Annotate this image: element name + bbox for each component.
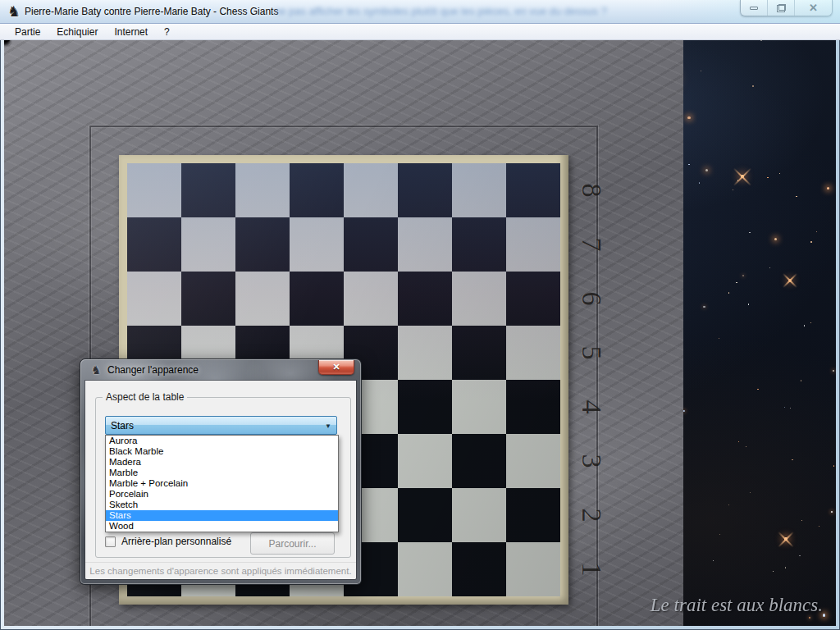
table-appearance-combobox[interactable]: Stars ▼	[105, 416, 337, 435]
dialog-close-button[interactable]: ✕	[318, 360, 354, 375]
custom-background-checkbox[interactable]	[105, 536, 116, 547]
dropdown-option-stars[interactable]: Stars	[106, 510, 338, 521]
dropdown-option-wood[interactable]: Wood	[106, 521, 338, 532]
window-title: Pierre-Marie Baty contre Pierre-Marie Ba…	[25, 6, 278, 17]
minimize-button[interactable]	[741, 0, 768, 16]
title-bar[interactable]: ♞ Pierre-Marie Baty contre Pierre-Marie …	[0, 0, 840, 24]
dialog-client-area: Aspect de la table Stars ▼ AuroraBlack M…	[85, 381, 356, 579]
dropdown-option-black-marble[interactable]: Black Marble	[106, 446, 338, 457]
dropdown-option-porcelain[interactable]: Porcelain	[106, 489, 338, 500]
turn-status-text: Le trait est aux blancs.	[651, 595, 823, 616]
checkbox-label[interactable]: Arrière-plan personnalisé	[121, 536, 231, 547]
app-knight-icon: ♞	[7, 3, 21, 20]
app-window: ♞ Pierre-Marie Baty contre Pierre-Marie …	[0, 0, 840, 630]
close-icon: ✕	[809, 2, 818, 13]
dropdown-option-aurora[interactable]: Aurora	[106, 436, 338, 446]
dropdown-option-marble-porcelain[interactable]: Marble + Porcelain	[106, 478, 338, 489]
blurred-background-text: ne pas afficher les symboles plutôt que …	[274, 5, 766, 17]
restore-button[interactable]	[768, 0, 795, 16]
window-controls: ✕	[740, 0, 833, 16]
restore-icon	[777, 4, 786, 12]
appearance-dropdown-list[interactable]: AuroraBlack MarbleMaderaMarbleMarble + P…	[105, 435, 339, 532]
menu-item-internet[interactable]: Internet	[106, 25, 156, 39]
menu-item-help[interactable]: ?	[156, 25, 178, 39]
custom-background-row: Arrière-plan personnalisé	[105, 536, 231, 547]
browse-button[interactable]: Parcourir...	[250, 532, 335, 555]
menu-item-echiquier[interactable]: Echiquier	[48, 25, 106, 39]
menu-bar: Partie Echiquier Internet ?	[0, 24, 840, 40]
dialog-title-bar[interactable]: ♞ Changer l'apparence ✕	[80, 359, 361, 381]
dialog-knight-icon: ♞	[91, 363, 102, 377]
dropdown-option-madera[interactable]: Madera	[106, 457, 338, 468]
dialog-title: Changer l'apparence	[107, 364, 199, 376]
menu-item-partie[interactable]: Partie	[7, 25, 48, 39]
close-button[interactable]: ✕	[795, 0, 832, 16]
dialog-status-text: Les changements d'apparence sont appliqu…	[85, 562, 356, 579]
dropdown-option-marble[interactable]: Marble	[106, 468, 338, 478]
appearance-dialog: ♞ Changer l'apparence ✕ Aspect de la tab…	[80, 359, 361, 584]
chess-piece-white-rook[interactable]: ♜	[4, 40, 10, 42]
dropdown-option-sketch[interactable]: Sketch	[106, 500, 338, 510]
chevron-down-icon: ▼	[325, 422, 331, 430]
minimize-icon	[750, 7, 758, 10]
group-label: Aspect de la table	[103, 391, 187, 403]
close-icon: ✕	[332, 363, 340, 372]
combobox-value: Stars	[111, 420, 134, 431]
